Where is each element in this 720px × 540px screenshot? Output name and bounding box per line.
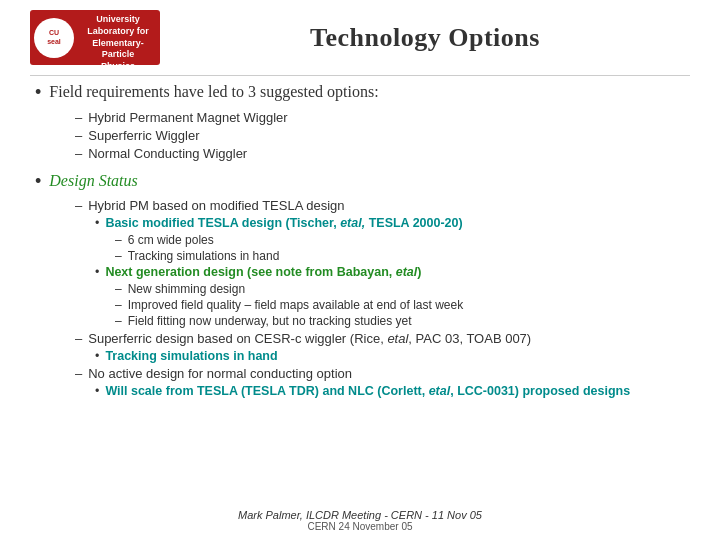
nextgen-dash-3: – Field fitting now underway, but no tra… [115,314,685,328]
sub-sub-nextgen: • Next generation design (see note from … [95,265,685,328]
slide: CUseal Cornell University Laboratory for… [0,0,720,540]
title-area: Technology Options [160,23,690,53]
sub-dot-tesla: • [95,216,99,230]
main-bullet-1: • Field requirements have led to 3 sugge… [35,82,685,104]
footer: Mark Palmer, ILCDR Meeting - CERN - 11 N… [0,509,720,532]
logo-circle: CUseal [34,18,74,58]
tesla-end: TESLA 2000-20) [365,216,463,230]
dash-item-2: – Superferric Wiggler [75,128,685,143]
nextgen-text: Next generation design (see note from Ba… [105,265,421,279]
nd-italic: etal [429,384,451,398]
bullet-dot-1: • [35,82,41,104]
sub-dot-sf: • [95,349,99,363]
dash-nodesign: – No active design for normal conducting… [75,366,685,381]
logo-text: Cornell University Laboratory for Elemen… [80,2,156,72]
tesla-dash-2: – Tracking simulations in hand [115,249,685,263]
sub-bullet-tesla: • Basic modified TESLA design (Tischer, … [95,216,685,230]
tesla-teal: Basic modified TESLA design (Tischer, [105,216,340,230]
superferric-sub: • Tracking simulations in hand [95,349,685,363]
tesla-sub-dashes: – 6 cm wide poles – Tracking simulations… [115,233,685,263]
nd-teal: Will scale from TESLA (TESLA TDR) and NL… [105,384,428,398]
nextgen-dash-1: – New shimming design [115,282,685,296]
divider [30,75,690,76]
dash-2: – [75,128,82,143]
dash-item-1: – Hybrid Permanent Magnet Wiggler [75,110,685,125]
footer-main: Mark Palmer, ILCDR Meeting - CERN - 11 N… [0,509,720,521]
superferric-text: Superferric design based on CESR-c wiggl… [88,331,531,346]
dash-h: – [75,198,82,213]
nd3: – [115,314,122,328]
dash-3: – [75,146,82,161]
hybrid-label: Hybrid PM based on modified TESLA design [88,198,344,213]
logo-area: CUseal Cornell University Laboratory for… [30,10,160,65]
nodesign-sub: • Will scale from TESLA (TESLA TDR) and … [95,384,685,398]
sub-bullet-sf: • Tracking simulations in hand [95,349,685,363]
tesla-italic: etal, [340,216,365,230]
design-status-label: Design Status [49,171,137,192]
slide-title: Technology Options [160,23,690,53]
tesla-dash-1: – 6 cm wide poles [115,233,685,247]
sub-dot-nd: • [95,384,99,398]
nd2: – [115,298,122,312]
d2: – [115,249,122,263]
footer-sub: CERN 24 November 05 [0,521,720,532]
dash-superferric: – Superferric design based on CESR-c wig… [75,331,685,346]
dash-sf: – [75,331,82,346]
nextgen-green: Next generation design (see note from Ba… [105,265,395,279]
sub-items-1: – Hybrid Permanent Magnet Wiggler – Supe… [75,110,685,161]
bullet-section-1: • Field requirements have led to 3 sugge… [35,82,685,161]
header: CUseal Cornell University Laboratory for… [30,10,690,65]
nextgen-italic: etal [396,265,418,279]
sub-bullet-nd: • Will scale from TESLA (TESLA TDR) and … [95,384,685,398]
nd-after: , LCC-0031) proposed designs [450,384,630,398]
nextgen-end: ) [417,265,421,279]
sf-tracking: Tracking simulations in hand [105,349,277,363]
nextgen-dash-2: – Improved field quality – field maps av… [115,298,685,312]
bullet-dot-2: • [35,171,41,193]
nodesign-text: Will scale from TESLA (TESLA TDR) and NL… [105,384,630,398]
dash-item-3: – Normal Conducting Wiggler [75,146,685,161]
dash-nd: – [75,366,82,381]
main-bullet-2: • Design Status [35,171,685,193]
sub-sub-tesla: • Basic modified TESLA design (Tischer, … [95,216,685,263]
sub-items-hybrid: – Hybrid PM based on modified TESLA desi… [75,198,685,398]
bullet-section-2: • Design Status – Hybrid PM based on mod… [35,171,685,399]
dash-hybrid: – Hybrid PM based on modified TESLA desi… [75,198,685,213]
sub-bullet-nextgen: • Next generation design (see note from … [95,265,685,279]
nd1: – [115,282,122,296]
dash-1: – [75,110,82,125]
content: • Field requirements have led to 3 sugge… [30,82,690,398]
d1: – [115,233,122,247]
nextgen-sub-dashes: – New shimming design – Improved field q… [115,282,685,328]
tesla-text: Basic modified TESLA design (Tischer, et… [105,216,462,230]
sub-dot-nextgen: • [95,265,99,279]
main-bullet-1-text: Field requirements have led to 3 suggest… [49,82,378,103]
logo-inner: CUseal [47,29,61,46]
